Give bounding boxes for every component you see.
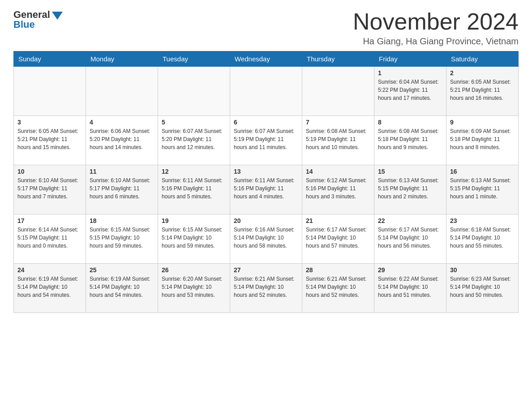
title-section: November 2024 Ha Giang, Ha Giang Provinc… (353, 9, 519, 47)
calendar-cell: 23Sunrise: 6:18 AM Sunset: 5:14 PM Dayli… (446, 214, 519, 264)
calendar-cell: 14Sunrise: 6:12 AM Sunset: 5:16 PM Dayli… (302, 165, 374, 214)
day-info: Sunrise: 6:18 AM Sunset: 5:14 PM Dayligh… (450, 226, 515, 250)
day-number: 13 (234, 168, 298, 175)
calendar-cell: 19Sunrise: 6:15 AM Sunset: 5:14 PM Dayli… (158, 214, 230, 264)
day-info: Sunrise: 6:19 AM Sunset: 5:14 PM Dayligh… (17, 275, 82, 299)
day-info: Sunrise: 6:13 AM Sunset: 5:15 PM Dayligh… (378, 176, 442, 201)
calendar-cell: 18Sunrise: 6:15 AM Sunset: 5:15 PM Dayli… (86, 214, 158, 264)
day-info: Sunrise: 6:17 AM Sunset: 5:14 PM Dayligh… (306, 226, 370, 250)
day-info: Sunrise: 6:11 AM Sunset: 5:16 PM Dayligh… (162, 176, 226, 201)
calendar-header-thursday: Thursday (302, 51, 374, 67)
day-info: Sunrise: 6:08 AM Sunset: 5:18 PM Dayligh… (378, 127, 442, 151)
month-title: November 2024 (353, 9, 519, 34)
day-number: 25 (90, 266, 154, 274)
day-info: Sunrise: 6:15 AM Sunset: 5:14 PM Dayligh… (162, 226, 226, 250)
day-number: 28 (306, 266, 370, 274)
calendar-table: SundayMondayTuesdayWednesdayThursdayFrid… (13, 51, 519, 313)
calendar-cell: 16Sunrise: 6:13 AM Sunset: 5:15 PM Dayli… (446, 165, 519, 214)
calendar-cell: 21Sunrise: 6:17 AM Sunset: 5:14 PM Dayli… (302, 214, 374, 264)
calendar-week-row: 1Sunrise: 6:04 AM Sunset: 5:22 PM Daylig… (14, 67, 519, 116)
calendar-cell (158, 67, 230, 116)
calendar-week-row: 3Sunrise: 6:05 AM Sunset: 5:21 PM Daylig… (14, 116, 519, 165)
calendar-cell: 8Sunrise: 6:08 AM Sunset: 5:18 PM Daylig… (374, 116, 446, 165)
calendar-cell (86, 67, 158, 116)
day-number: 19 (162, 217, 226, 224)
day-info: Sunrise: 6:15 AM Sunset: 5:15 PM Dayligh… (90, 226, 154, 250)
calendar-week-row: 24Sunrise: 6:19 AM Sunset: 5:14 PM Dayli… (14, 264, 519, 313)
day-number: 26 (162, 266, 226, 274)
day-info: Sunrise: 6:20 AM Sunset: 5:14 PM Dayligh… (162, 275, 226, 299)
calendar-header-friday: Friday (374, 51, 446, 67)
calendar-cell: 24Sunrise: 6:19 AM Sunset: 5:14 PM Dayli… (14, 264, 86, 313)
day-number: 16 (450, 168, 515, 175)
day-number: 2 (450, 69, 515, 77)
calendar-cell: 12Sunrise: 6:11 AM Sunset: 5:16 PM Dayli… (158, 165, 230, 214)
day-info: Sunrise: 6:17 AM Sunset: 5:14 PM Dayligh… (378, 226, 442, 250)
day-info: Sunrise: 6:10 AM Sunset: 5:17 PM Dayligh… (17, 176, 82, 201)
day-number: 1 (378, 69, 442, 77)
page-header: General Blue November 2024 Ha Giang, Ha … (13, 9, 519, 47)
calendar-cell: 27Sunrise: 6:21 AM Sunset: 5:14 PM Dayli… (230, 264, 302, 313)
day-number: 9 (450, 119, 515, 126)
day-number: 22 (378, 217, 442, 224)
location-text: Ha Giang, Ha Giang Province, Vietnam (353, 36, 519, 47)
day-info: Sunrise: 6:21 AM Sunset: 5:14 PM Dayligh… (234, 275, 298, 299)
day-info: Sunrise: 6:11 AM Sunset: 5:16 PM Dayligh… (234, 176, 298, 201)
day-info: Sunrise: 6:12 AM Sunset: 5:16 PM Dayligh… (306, 176, 370, 201)
day-number: 24 (17, 266, 82, 274)
calendar-cell: 22Sunrise: 6:17 AM Sunset: 5:14 PM Dayli… (374, 214, 446, 264)
day-info: Sunrise: 6:21 AM Sunset: 5:14 PM Dayligh… (306, 275, 370, 299)
day-number: 20 (234, 217, 298, 224)
calendar-header-saturday: Saturday (446, 51, 519, 67)
day-info: Sunrise: 6:07 AM Sunset: 5:19 PM Dayligh… (234, 127, 298, 151)
calendar-cell: 28Sunrise: 6:21 AM Sunset: 5:14 PM Dayli… (302, 264, 374, 313)
calendar-week-row: 10Sunrise: 6:10 AM Sunset: 5:17 PM Dayli… (14, 165, 519, 214)
calendar-cell: 17Sunrise: 6:14 AM Sunset: 5:15 PM Dayli… (14, 214, 86, 264)
day-info: Sunrise: 6:19 AM Sunset: 5:14 PM Dayligh… (90, 275, 154, 299)
day-number: 29 (378, 266, 442, 274)
day-number: 10 (17, 168, 82, 175)
calendar-cell: 26Sunrise: 6:20 AM Sunset: 5:14 PM Dayli… (158, 264, 230, 313)
calendar-cell: 25Sunrise: 6:19 AM Sunset: 5:14 PM Dayli… (86, 264, 158, 313)
day-info: Sunrise: 6:08 AM Sunset: 5:19 PM Dayligh… (306, 127, 370, 151)
day-info: Sunrise: 6:07 AM Sunset: 5:20 PM Dayligh… (162, 127, 226, 151)
calendar-cell: 20Sunrise: 6:16 AM Sunset: 5:14 PM Dayli… (230, 214, 302, 264)
calendar-cell: 3Sunrise: 6:05 AM Sunset: 5:21 PM Daylig… (14, 116, 86, 165)
logo-blue-text: Blue (13, 19, 35, 30)
day-info: Sunrise: 6:13 AM Sunset: 5:15 PM Dayligh… (450, 176, 515, 201)
calendar-cell: 11Sunrise: 6:10 AM Sunset: 5:17 PM Dayli… (86, 165, 158, 214)
day-number: 30 (450, 266, 515, 274)
day-info: Sunrise: 6:22 AM Sunset: 5:14 PM Dayligh… (378, 275, 442, 299)
calendar-cell: 1Sunrise: 6:04 AM Sunset: 5:22 PM Daylig… (374, 67, 446, 116)
calendar-cell: 4Sunrise: 6:06 AM Sunset: 5:20 PM Daylig… (86, 116, 158, 165)
calendar-cell (14, 67, 86, 116)
day-info: Sunrise: 6:10 AM Sunset: 5:17 PM Dayligh… (90, 176, 154, 201)
day-number: 3 (17, 119, 82, 126)
logo: General Blue (13, 9, 63, 30)
day-number: 27 (234, 266, 298, 274)
day-info: Sunrise: 6:16 AM Sunset: 5:14 PM Dayligh… (234, 226, 298, 250)
day-number: 15 (378, 168, 442, 175)
day-number: 23 (450, 217, 515, 224)
day-number: 5 (162, 119, 226, 126)
day-info: Sunrise: 6:14 AM Sunset: 5:15 PM Dayligh… (17, 226, 82, 250)
calendar-cell (302, 67, 374, 116)
calendar-header-sunday: Sunday (14, 51, 86, 67)
day-number: 6 (234, 119, 298, 126)
day-number: 11 (90, 168, 154, 175)
day-info: Sunrise: 6:04 AM Sunset: 5:22 PM Dayligh… (378, 78, 442, 102)
calendar-cell (230, 67, 302, 116)
logo-arrow-icon (52, 12, 63, 20)
day-number: 12 (162, 168, 226, 175)
calendar-cell: 2Sunrise: 6:05 AM Sunset: 5:21 PM Daylig… (446, 67, 519, 116)
calendar-cell: 30Sunrise: 6:23 AM Sunset: 5:14 PM Dayli… (446, 264, 519, 313)
calendar-cell: 9Sunrise: 6:09 AM Sunset: 5:18 PM Daylig… (446, 116, 519, 165)
day-number: 18 (90, 217, 154, 224)
day-info: Sunrise: 6:09 AM Sunset: 5:18 PM Dayligh… (450, 127, 515, 151)
day-number: 4 (90, 119, 154, 126)
day-info: Sunrise: 6:23 AM Sunset: 5:14 PM Dayligh… (450, 275, 515, 299)
calendar-week-row: 17Sunrise: 6:14 AM Sunset: 5:15 PM Dayli… (14, 214, 519, 264)
day-number: 21 (306, 217, 370, 224)
day-number: 7 (306, 119, 370, 126)
calendar-header-wednesday: Wednesday (230, 51, 302, 67)
